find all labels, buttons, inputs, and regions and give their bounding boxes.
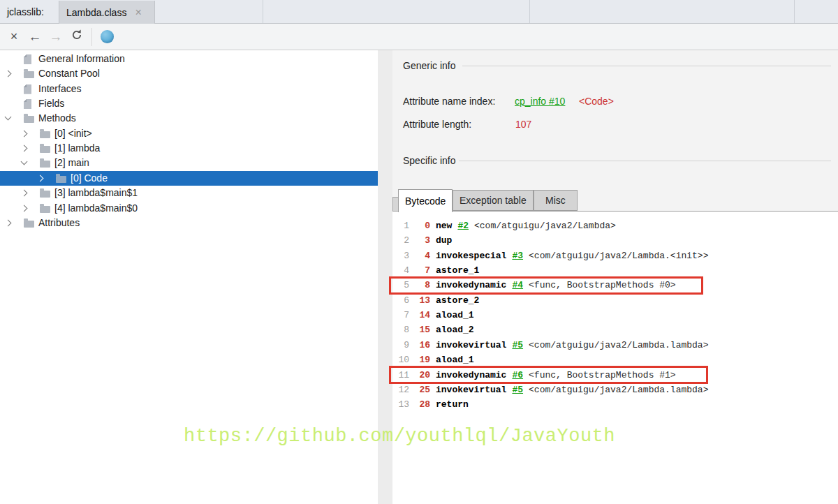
bytecode-offset: 14 [409,310,430,320]
chevron-right-icon[interactable] [21,130,28,137]
tree-item-label: [0] <init> [54,126,92,141]
document-icon [24,84,31,94]
toolbar-separator [91,28,92,46]
attribute-length-label: Attribute length: [403,119,471,130]
specific-info-title: Specific info [403,155,455,166]
folder-icon [40,206,50,213]
bytecode-offset: 20 [409,370,430,380]
operand-comment: <com/atguigu/java2/Lambda.<init>> [529,251,708,261]
web-globe-icon[interactable] [101,30,114,43]
opcode-mnemonic: aload_2 [436,325,474,335]
tree-item-4-lambda-main-0[interactable]: [4] lambda$main$0 [0,201,378,216]
folder-icon [24,221,34,228]
tree-item-label: [1] lambda [54,141,100,156]
bytecode-offset: 15 [409,325,430,335]
bytecode-line: 34invokespecial#3<com/atguigu/java2/Lamb… [392,249,708,263]
tree-item-constant-pool[interactable]: Constant Pool [0,66,378,81]
chevron-right-icon[interactable] [21,205,28,212]
tree-item-1-lambda[interactable]: [1] lambda [0,141,378,156]
opcode-mnemonic: aload_1 [436,310,474,320]
tab-strip: jclasslib: Lambda.class × [0,0,838,24]
bytecode-line: 58invokedynamic#4<func, BootstrapMethods… [392,278,676,292]
generic-info-rule [462,66,831,66]
tree-item-label: [4] lambda$main$0 [54,201,138,216]
opcode-mnemonic: invokevirtual [436,340,506,350]
tree-item-2-main[interactable]: [2] main [0,156,378,170]
chevron-down-icon[interactable] [5,114,12,121]
tree-item-3-lambda-main-1[interactable]: [3] lambda$main$1 [0,186,378,200]
tab-lambda-class[interactable]: Lambda.class × [59,1,155,24]
folder-icon [56,176,66,183]
constant-pool-ref-link[interactable]: #6 [512,370,523,380]
close-icon: × [10,29,18,43]
bytecode-offset: 13 [409,295,430,306]
forward-icon: → [50,29,63,44]
tab-exception-table[interactable]: Exception table [453,190,534,211]
attribute-length-value: 107 [515,119,531,130]
tree-item-0-init[interactable]: [0] <init> [0,126,378,141]
bytecode-offset: 19 [409,355,430,365]
bytecode-offset: 4 [409,251,430,261]
tree-item-methods[interactable]: Methods [0,111,378,126]
refresh-icon [71,29,83,41]
tab-strip-separator [529,0,530,23]
bytecode-line: 815aload_2 [392,323,474,337]
bytecode-line: 1120invokedynamic#6<func, BootstrapMetho… [392,368,676,383]
line-number: 5 [392,280,409,290]
operand-comment: <func, BootstrapMethods #1> [529,370,676,380]
bytecode-line: 916invokevirtual#5<com/atguigu/java2/Lam… [392,338,708,353]
tab-strip-separator [263,0,263,23]
chevron-down-icon[interactable] [21,158,28,165]
constant-pool-ref-link[interactable]: #5 [512,340,523,350]
constant-pool-ref-link[interactable]: #2 [457,221,469,231]
tree-item-label: Constant Pool [38,66,100,81]
line-number: 2 [392,235,409,246]
back-button[interactable]: ← [24,29,45,45]
bytecode-offset: 28 [409,399,430,410]
bytecode-offset: 16 [409,340,430,350]
chevron-right-icon[interactable] [5,219,12,226]
chevron-right-icon[interactable] [21,190,28,197]
opcode-mnemonic: invokedynamic [436,280,506,290]
generic-info-title: Generic info [403,60,455,71]
bytecode-line: 1328return [392,397,469,412]
line-number: 7 [392,310,409,320]
detail-tabs: BytecodeException tableMisc [392,189,838,212]
chevron-right-icon[interactable] [5,71,12,77]
constant-pool-ref-link[interactable]: #3 [512,251,523,261]
constant-pool-link[interactable]: cp_info #10 [515,96,565,107]
line-number: 10 [392,355,409,365]
opcode-mnemonic: aload_1 [436,355,474,365]
opcode-mnemonic: astore_2 [436,295,479,306]
attribute-name-index-label: Attribute name index: [403,96,495,107]
tab-close-icon[interactable]: × [135,7,141,18]
forward-button: → [45,29,66,45]
chevron-right-icon[interactable] [21,145,28,152]
bytecode-offset: 8 [409,280,430,290]
tab-misc[interactable]: Misc [534,190,578,211]
bytecode-line: 47astore_1 [392,263,479,278]
constant-pool-ref-link[interactable]: #5 [512,385,523,395]
operand-comment: <func, BootstrapMethods #0> [529,280,676,290]
tree-item-fields[interactable]: Fields [0,96,378,111]
bytecode-line: 1019aload_1 [392,353,474,367]
operand-comment: <com/atguigu/java2/Lambda.lambda> [529,385,708,395]
specific-info-rule [459,161,831,161]
line-number: 8 [392,325,409,335]
folder-icon [40,191,50,198]
close-button[interactable]: × [3,29,24,44]
tree-item-attributes[interactable]: Attributes [0,216,378,230]
tab-bytecode[interactable]: Bytecode [398,189,453,212]
line-number: 9 [392,340,409,350]
tree-item-0-code[interactable]: [0] Code [0,171,378,186]
tree-item-general-information[interactable]: General Information [0,52,378,66]
line-number: 11 [392,370,409,380]
opcode-mnemonic: invokedynamic [436,370,506,380]
folder-icon [24,71,34,78]
opcode-mnemonic: dup [436,235,452,246]
constant-pool-ref-link[interactable]: #4 [512,280,523,290]
bytecode-line: 23dup [392,233,452,248]
chevron-right-icon[interactable] [37,175,44,181]
tree-item-interfaces[interactable]: Interfaces [0,82,378,96]
reload-button[interactable] [66,29,87,45]
